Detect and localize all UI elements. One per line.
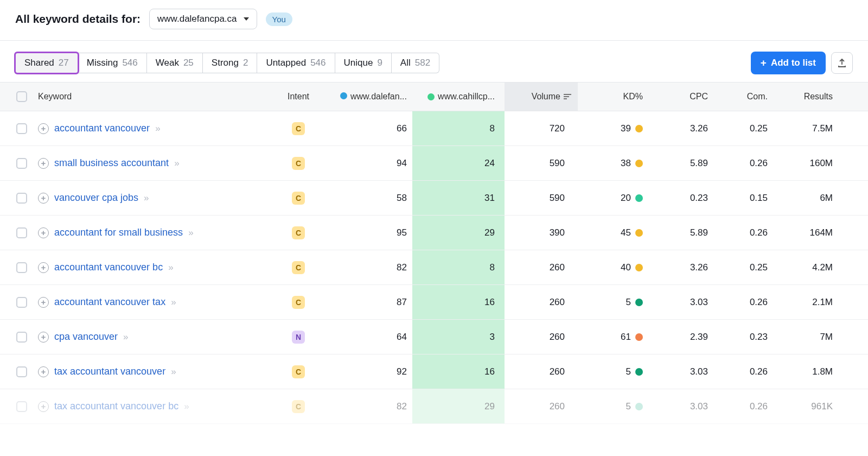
intent-cell: C (271, 226, 326, 239)
col-volume[interactable]: Volume (505, 83, 578, 111)
com-cell: 0.26 (713, 297, 773, 308)
cpc-cell: 0.23 (648, 193, 713, 204)
col-results[interactable]: Results (773, 92, 838, 102)
col-competitor-1[interactable]: www.dalefan... (326, 92, 412, 102)
row-checkbox[interactable] (16, 401, 27, 412)
expand-icon[interactable]: + (38, 332, 49, 343)
expand-icon[interactable]: + (38, 401, 49, 412)
select-all-checkbox[interactable] (16, 91, 27, 102)
col-intent[interactable]: Intent (271, 92, 326, 102)
row-checkbox[interactable] (16, 193, 27, 204)
intent-badge: C (292, 365, 305, 378)
com-cell: 0.25 (713, 262, 773, 273)
intent-badge: C (292, 400, 305, 413)
volume-cell: 260 (505, 297, 578, 308)
filter-tab-shared[interactable]: Shared 27 (15, 53, 78, 73)
kd-value: 61 (621, 332, 631, 343)
keyword-link[interactable]: accountant vancouver bc (54, 262, 163, 273)
row-checkbox[interactable] (16, 332, 27, 343)
kd-cell: 5 (578, 401, 648, 412)
filter-tab-all[interactable]: All 582 (392, 53, 439, 73)
add-to-list-label: Add to list (771, 58, 816, 68)
col-cpc[interactable]: CPC (648, 92, 713, 102)
col-keyword[interactable]: Keyword (33, 92, 271, 102)
kd-difficulty-dot (635, 299, 643, 306)
chevron-right-icon: » (171, 297, 176, 308)
results-cell: 164M (773, 227, 838, 238)
com-cell: 0.25 (713, 123, 773, 134)
keyword-link[interactable]: accountant for small business (54, 227, 183, 238)
filter-tab-strong[interactable]: Strong 2 (203, 53, 258, 73)
filter-tab-unique[interactable]: Unique 9 (335, 53, 392, 73)
volume-cell: 590 (505, 158, 578, 169)
col-kd[interactable]: KD% (578, 92, 648, 102)
col-competitor-2[interactable]: www.cahillcp... (412, 83, 505, 111)
keyword-link[interactable]: tax accountant vancouver bc (54, 401, 178, 412)
expand-icon[interactable]: + (38, 227, 49, 238)
row-checkbox[interactable] (16, 297, 27, 308)
row-checkbox-cell (0, 401, 33, 412)
kd-difficulty-dot (635, 403, 643, 410)
row-checkbox[interactable] (16, 123, 27, 134)
row-checkbox-cell (0, 332, 33, 343)
export-icon (837, 58, 847, 68)
rank-competitor-1: 95 (326, 227, 412, 238)
col-com[interactable]: Com. (713, 92, 773, 102)
keyword-link[interactable]: vancouver cpa jobs (54, 192, 138, 204)
rank-competitor-2: 24 (412, 146, 505, 180)
results-cell: 4.2M (773, 262, 838, 273)
keyword-link[interactable]: tax accountant vancouver (54, 366, 165, 377)
com-cell: 0.26 (713, 401, 773, 412)
tab-label: Strong (212, 58, 239, 68)
cpc-cell: 3.03 (648, 297, 713, 308)
tab-count: 2 (243, 58, 248, 68)
cpc-cell: 2.39 (648, 332, 713, 343)
expand-icon[interactable]: + (38, 193, 49, 204)
chevron-down-icon (244, 17, 249, 21)
expand-icon[interactable]: + (38, 297, 49, 308)
chevron-right-icon: » (171, 366, 176, 377)
row-checkbox-cell (0, 297, 33, 308)
expand-icon[interactable]: + (38, 366, 49, 377)
domain-value: www.dalefancpa.ca (157, 14, 237, 24)
tab-label: Untapped (266, 58, 306, 68)
rank-competitor-2: 3 (412, 320, 505, 354)
kd-difficulty-dot (635, 229, 643, 237)
volume-cell: 260 (505, 332, 578, 343)
export-button[interactable] (831, 52, 853, 74)
table-row: +tax accountant vancouver»C921626053.030… (0, 354, 868, 389)
row-checkbox[interactable] (16, 158, 27, 169)
filter-tab-weak[interactable]: Weak 25 (147, 53, 203, 73)
row-checkbox[interactable] (16, 262, 27, 273)
expand-icon[interactable]: + (38, 158, 49, 169)
intent-cell: C (271, 261, 326, 274)
keyword-table: Keyword Intent www.dalefan... www.cahill… (0, 82, 868, 424)
keyword-link[interactable]: accountant vancouver (54, 123, 150, 134)
page-title: All keyword details for: (15, 12, 141, 26)
row-checkbox-cell (0, 227, 33, 238)
chevron-right-icon: » (174, 158, 179, 169)
filter-tab-untapped[interactable]: Untapped 546 (257, 53, 335, 73)
expand-icon[interactable]: + (38, 262, 49, 273)
add-to-list-button[interactable]: + Add to list (751, 52, 826, 74)
rank-competitor-1: 58 (326, 193, 412, 204)
intent-cell: C (271, 122, 326, 135)
keyword-link[interactable]: accountant vancouver tax (54, 296, 165, 308)
row-checkbox[interactable] (16, 366, 27, 377)
row-checkbox[interactable] (16, 227, 27, 238)
right-actions: + Add to list (751, 52, 853, 74)
plus-icon: + (761, 57, 767, 69)
domain-selector[interactable]: www.dalefancpa.ca (149, 9, 257, 29)
rank-competitor-2: 16 (412, 354, 505, 389)
competitor-1-dot (340, 92, 347, 99)
filter-tab-missing[interactable]: Missing 546 (78, 53, 147, 73)
keyword-link[interactable]: small business accountant (54, 157, 169, 169)
row-checkbox-cell (0, 123, 33, 134)
tab-count: 546 (122, 58, 137, 68)
expand-icon[interactable]: + (38, 123, 49, 134)
volume-cell: 390 (505, 227, 578, 238)
keyword-link[interactable]: cpa vancouver (54, 331, 118, 343)
results-cell: 961K (773, 401, 838, 412)
chevron-right-icon: » (188, 227, 193, 238)
keyword-cell: +tax accountant vancouver» (33, 366, 271, 377)
